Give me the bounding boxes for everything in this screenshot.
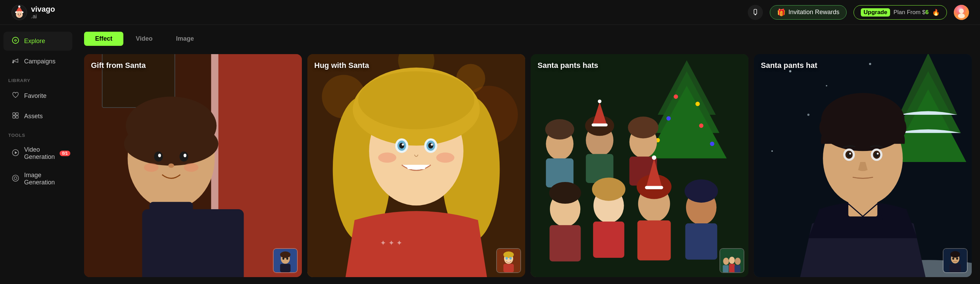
content-tabs: Effect Video Image [84, 32, 972, 46]
svg-rect-7 [754, 9, 757, 14]
svg-point-111 [723, 258, 729, 265]
svg-rect-8 [755, 14, 756, 15]
card-gift-from-santa[interactable]: Gift from Santa [84, 54, 302, 277]
card-santa-pants-hats[interactable]: Santa pants hats [531, 54, 748, 277]
svg-point-54 [358, 71, 474, 129]
svg-point-138 [877, 153, 879, 155]
svg-rect-16 [13, 116, 15, 118]
upgrade-label: Upgrade [861, 8, 890, 16]
card-4-thumbnail [943, 248, 967, 273]
sidebar-item-video-gen[interactable]: Video Generation 0/1 [3, 141, 72, 166]
svg-point-113 [735, 258, 741, 265]
svg-rect-63 [407, 165, 426, 169]
svg-point-79 [667, 116, 671, 121]
svg-point-4 [16, 11, 23, 18]
card-3-illustration [531, 54, 748, 277]
logo-name: vivago [31, 5, 55, 13]
card-santa-pants-hat[interactable]: Santa pants hat [754, 54, 972, 277]
svg-rect-144 [949, 264, 961, 272]
svg-point-60 [428, 143, 433, 148]
svg-point-108 [685, 180, 718, 203]
svg-point-35 [184, 163, 199, 172]
logo: vivago .ai [11, 4, 55, 21]
svg-point-6 [20, 13, 21, 14]
card-3-title: Santa pants hats [538, 61, 598, 70]
svg-point-12 [13, 37, 19, 43]
card-4-thumb-img [943, 249, 967, 272]
app-header: vivago .ai 🎁 Invitation Rewards Upgrade … [0, 0, 980, 25]
svg-point-125 [772, 150, 773, 152]
svg-point-65 [436, 153, 455, 163]
invitation-rewards-button[interactable]: 🎁 Invitation Rewards [770, 5, 846, 20]
card-1-illustration [84, 54, 302, 277]
video-gen-badge: 0/1 [60, 151, 70, 156]
svg-point-141 [950, 251, 960, 258]
svg-marker-19 [15, 151, 17, 154]
svg-text:✦ ✦ ✦: ✦ ✦ ✦ [380, 239, 403, 247]
card-4-title: Santa pants hat [761, 61, 817, 70]
svg-point-69 [503, 252, 514, 258]
svg-point-11 [958, 13, 965, 18]
svg-rect-115 [729, 264, 735, 272]
svg-point-78 [695, 102, 700, 106]
sidebar-item-favorite-label: Favorite [24, 93, 46, 100]
card-2-illustration: ✦ ✦ ✦ [307, 54, 525, 277]
avatar-image [954, 5, 969, 20]
tab-video[interactable]: Video [125, 32, 164, 46]
svg-point-42 [286, 257, 288, 260]
svg-point-96 [549, 182, 581, 204]
svg-point-93 [628, 116, 658, 138]
svg-point-123 [826, 85, 827, 86]
avatar[interactable] [954, 5, 969, 20]
tab-image[interactable]: Image [165, 32, 205, 46]
svg-point-3 [18, 5, 20, 8]
svg-rect-97 [550, 225, 581, 261]
sidebar-item-video-gen-label: Video Generation [24, 146, 55, 161]
svg-rect-100 [593, 222, 624, 258]
logo-text: vivago .ai [31, 5, 55, 20]
svg-point-84 [545, 119, 574, 140]
svg-point-122 [789, 70, 791, 72]
card-hug-with-santa[interactable]: ✦ ✦ ✦ Hug with Santa [307, 54, 525, 277]
mobile-icon-button[interactable] [748, 5, 763, 20]
svg-rect-114 [723, 265, 729, 272]
svg-rect-106 [638, 220, 671, 260]
sidebar-item-campaigns[interactable]: Campaigns [3, 52, 72, 71]
svg-point-20 [13, 175, 19, 181]
tools-section-label: TOOLS [0, 127, 76, 140]
svg-point-77 [674, 94, 678, 99]
card-1-thumbnail [273, 248, 298, 273]
svg-rect-37 [142, 209, 244, 277]
svg-point-13 [13, 62, 14, 64]
mobile-icon [751, 9, 759, 16]
gift-icon: 🎁 [777, 8, 786, 16]
svg-rect-43 [280, 264, 291, 272]
svg-point-99 [592, 177, 625, 201]
svg-point-59 [399, 143, 404, 148]
sidebar-item-favorite[interactable]: Favorite [3, 86, 72, 105]
image-gen-icon [12, 174, 19, 184]
sidebar-item-image-gen[interactable]: Image Generation [3, 167, 72, 191]
sidebar-item-assets[interactable]: Assets [3, 107, 72, 126]
svg-point-137 [850, 153, 851, 155]
svg-point-70 [506, 257, 508, 260]
card-1-title: Gift from Santa [91, 61, 146, 70]
plan-label: Plan From $6 [894, 9, 929, 16]
svg-rect-116 [735, 265, 740, 272]
cards-grid: Gift from Santa [84, 54, 972, 277]
svg-point-28 [124, 122, 218, 166]
svg-point-124 [807, 114, 810, 116]
sidebar: Explore Campaigns LIBRARY Favorite [0, 25, 76, 284]
sidebar-item-explore[interactable]: Explore [3, 32, 72, 51]
sidebar-item-campaigns-label: Campaigns [24, 58, 56, 65]
svg-point-31 [158, 154, 161, 158]
heart-icon [12, 91, 19, 101]
tab-effect[interactable]: Effect [84, 32, 123, 46]
svg-point-10 [959, 9, 964, 13]
svg-point-143 [956, 257, 958, 260]
invitation-label: Invitation Rewards [788, 9, 839, 16]
svg-rect-14 [13, 113, 15, 115]
upgrade-button[interactable]: Upgrade Plan From $6 🔥 [854, 5, 947, 20]
logo-sub: .ai [31, 13, 55, 20]
card-2-title: Hug with Santa [314, 61, 369, 70]
